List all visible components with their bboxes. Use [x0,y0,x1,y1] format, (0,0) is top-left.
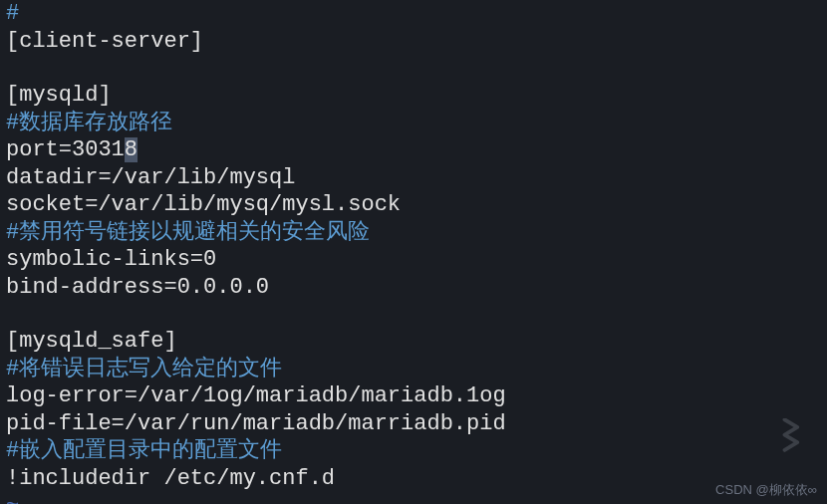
editor-line: ~ [6,492,821,504]
editor-line: [client-server] [6,28,821,56]
editor-line: #将错误日志写入给定的文件 [6,356,821,383]
editor-line: datadir=/var/lib/mysql [6,164,821,192]
config-symbolic-links: symbolic-links=0 [6,247,216,272]
comment-marker: # [6,1,19,26]
editor-line: socket=/var/lib/mysq/mysl.sock [6,191,821,219]
comment-include: #嵌入配置目录中的配置文件 [6,438,282,463]
editor-line-blank [6,301,821,328]
editor-line: !includedir /etc/my.cnf.d [6,465,821,493]
config-log-error: log-error=/var/1og/mariadb/mariadb.1og [6,383,506,408]
config-bind-address: bind-address=0.0.0.0 [6,275,269,300]
config-editor[interactable]: # [client-server] [mysqld] #数据库存放路径 port… [0,0,827,504]
comment-log-error: #将错误日志写入给定的文件 [6,357,282,381]
editor-line: pid-file=/var/run/mariadb/marriadb.pid [6,410,821,438]
config-socket: socket=/var/lib/mysq/mysl.sock [6,192,401,217]
editor-line: # [6,0,821,28]
section-mysqld: [mysqld] [6,83,112,108]
editor-line: symbolic-links=0 [6,246,821,274]
csdn-logo-icon [773,418,809,454]
vim-tilde: ~ [6,493,19,504]
editor-line: bind-address=0.0.0.0 [6,274,821,302]
comment-db-path: #数据库存放路径 [6,111,172,135]
editor-line: log-error=/var/1og/mariadb/mariadb.1og [6,382,821,410]
comment-symlink: #禁用符号链接以规避相关的安全风险 [6,220,370,245]
editor-line: #数据库存放路径 [6,110,821,137]
editor-line: [mysqld_safe] [6,328,821,356]
editor-line: #嵌入配置目录中的配置文件 [6,437,821,465]
editor-line: port=30318 [6,136,821,164]
config-pid-file: pid-file=/var/run/mariadb/marriadb.pid [6,411,506,436]
config-port: port=3031 [6,137,125,162]
editor-line-blank [6,55,821,82]
editor-line: #禁用符号链接以规避相关的安全风险 [6,219,821,247]
config-datadir: datadir=/var/lib/mysql [6,165,295,190]
section-mysqld-safe: [mysqld_safe] [6,329,177,354]
section-client-server: [client-server] [6,29,203,54]
csdn-watermark: CSDN @柳依依∞ [715,482,817,498]
editor-line: [mysqld] [6,82,821,110]
config-includedir: !includedir /etc/my.cnf.d [6,466,335,491]
cursor-highlight: 8 [125,137,138,162]
